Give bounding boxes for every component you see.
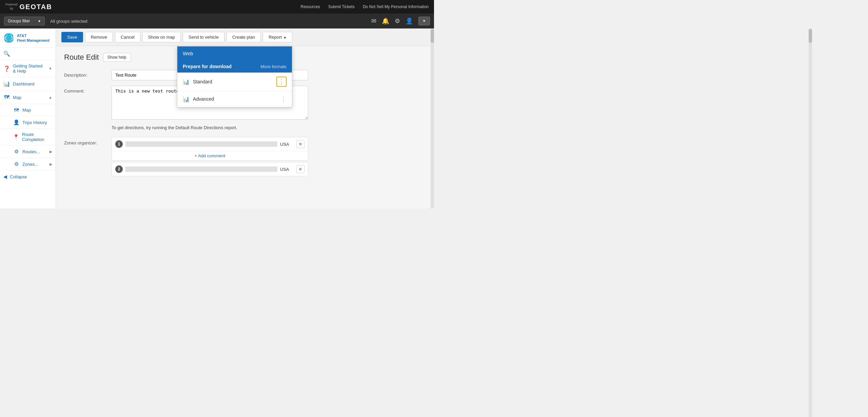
zone-add-comment-1[interactable]: + Add comment bbox=[112, 151, 308, 160]
toolbar: Save Remove Cancel Show on map Send to v… bbox=[56, 28, 434, 46]
user-menu-button[interactable]: ▼ bbox=[418, 17, 430, 25]
directions-hint: To get directions, try running the Defau… bbox=[112, 125, 426, 130]
standard-report-icon: 📊 bbox=[183, 79, 190, 85]
send-to-vehicle-button[interactable]: Send to vehicle bbox=[183, 32, 224, 42]
zone-row-2: 2 USA ✕ bbox=[112, 162, 308, 176]
advanced-more-icon[interactable]: ⋮ bbox=[280, 95, 287, 103]
chevron-right-icon: ▶ bbox=[50, 150, 52, 154]
zones-icon: ⚙ bbox=[13, 161, 20, 167]
more-formats-option[interactable]: More formats bbox=[261, 64, 287, 69]
chevron-down-icon: ▼ bbox=[48, 66, 52, 71]
bell-icon[interactable]: 🔔 bbox=[382, 17, 389, 25]
gear-icon[interactable]: ⚙ bbox=[395, 17, 400, 25]
help-icon: ❓ bbox=[3, 65, 10, 72]
user-menu-label: ▼ bbox=[422, 19, 426, 23]
sidebar: AT&T Fleet Management 🔍 ❓ Getting Starte… bbox=[0, 28, 56, 209]
trips-icon: 👤 bbox=[13, 119, 20, 125]
sidebar-item-zones[interactable]: ⚙ Zones... ▶ bbox=[0, 158, 56, 171]
collapse-arrow-icon: ◀ bbox=[3, 174, 7, 179]
cancel-button[interactable]: Cancel bbox=[115, 32, 140, 42]
geotab-brand: GEOTAB bbox=[20, 3, 52, 11]
comment-label: Comment: bbox=[64, 86, 112, 94]
zones-list: 1 USA ✕ + Add comment 2 USA ✕ bbox=[112, 137, 308, 178]
sidebar-logo: AT&T Fleet Management bbox=[0, 28, 56, 48]
zone-item-1: 1 USA ✕ + Add comment bbox=[112, 137, 308, 161]
groups-filter-button[interactable]: Groups filter ▼ bbox=[4, 17, 45, 25]
zone-name-1: USA bbox=[280, 142, 294, 147]
zone-number-2: 2 bbox=[115, 165, 123, 173]
sidebar-item-route-completion[interactable]: 📍 Route Completion bbox=[0, 129, 56, 145]
route-completion-icon: 📍 bbox=[13, 134, 19, 140]
create-plan-button[interactable]: Create plan bbox=[226, 32, 261, 42]
search-icon[interactable]: 🔍 bbox=[3, 51, 10, 57]
description-label: Description: bbox=[64, 70, 112, 78]
sidebar-item-map-section[interactable]: 🗺 Map ▲ bbox=[0, 91, 56, 104]
main-scrollbar-thumb bbox=[431, 29, 434, 43]
main-scrollbar[interactable] bbox=[431, 28, 434, 209]
all-groups-selected-text: All groups selected bbox=[50, 19, 87, 24]
map-section-icon: 🗺 bbox=[3, 94, 10, 100]
zone-name-2: USA bbox=[280, 167, 294, 172]
prepare-for-download-option[interactable]: Prepare for download bbox=[183, 64, 232, 69]
user-icon[interactable]: 👤 bbox=[406, 17, 413, 25]
sidebar-item-trips-history[interactable]: 👤 Trips History bbox=[0, 116, 56, 129]
sidebar-logo-text: AT&T Fleet Management bbox=[17, 33, 50, 43]
remove-button[interactable]: Remove bbox=[85, 32, 113, 42]
zones-organizer-section: Zones organizer: 1 USA ✕ + Add comment bbox=[64, 137, 426, 178]
show-help-button[interactable]: Show help bbox=[103, 53, 131, 62]
zone-number-1: 1 bbox=[115, 140, 123, 148]
groups-filter-arrow-icon: ▼ bbox=[38, 19, 41, 23]
submit-tickets-link[interactable]: Submit Tickets bbox=[328, 4, 355, 9]
resources-link[interactable]: Resources bbox=[301, 4, 320, 9]
zone-item-2: 2 USA ✕ bbox=[112, 162, 308, 176]
routes-icon: ⚙ bbox=[13, 148, 20, 155]
dropdown-standard-item[interactable]: 📊 Standard ⋮ bbox=[177, 73, 292, 91]
chevron-up-icon: ▲ bbox=[48, 95, 52, 99]
report-button[interactable]: Report ▲ bbox=[263, 32, 292, 42]
show-on-map-button[interactable]: Show on map bbox=[142, 32, 181, 42]
standard-more-icon[interactable]: ⋮ bbox=[276, 77, 287, 87]
dashboard-icon: 📊 bbox=[3, 81, 10, 87]
zone-bar-1 bbox=[125, 141, 277, 147]
groups-filter-label: Groups filter bbox=[8, 19, 30, 23]
att-logo-icon bbox=[3, 33, 14, 43]
top-bar-links: Resources Submit Tickets Do Not Sell My … bbox=[301, 4, 429, 9]
do-not-sell-link[interactable]: Do Not Sell My Personal Information bbox=[363, 4, 429, 9]
zone-bar-2 bbox=[125, 166, 277, 172]
zone-row-1: 1 USA ✕ bbox=[112, 137, 308, 151]
powered-by-text: Powered by bbox=[5, 3, 18, 11]
dropdown-download-section: Prepare for download More formats bbox=[177, 60, 292, 73]
top-bar: Powered by GEOTAB Resources Submit Ticke… bbox=[0, 0, 434, 14]
page-title: Route Edit bbox=[64, 53, 99, 62]
sidebar-item-getting-started[interactable]: ❓ Getting Started & Help ▼ bbox=[0, 60, 56, 77]
save-button[interactable]: Save bbox=[61, 32, 83, 42]
map-icon: 🗺 bbox=[13, 107, 20, 113]
dropdown-advanced-item[interactable]: 📊 Advanced ⋮ bbox=[177, 91, 292, 107]
app-layout: AT&T Fleet Management 🔍 ❓ Getting Starte… bbox=[0, 28, 434, 209]
dropdown-web-option[interactable]: Web bbox=[177, 46, 292, 60]
main-content: Save Remove Cancel Show on map Send to v… bbox=[56, 28, 434, 209]
mail-icon[interactable]: ✉ bbox=[371, 17, 376, 25]
report-button-container: Report ▲ Web Prepare for download More f… bbox=[263, 32, 292, 42]
sidebar-item-routes[interactable]: ⚙ Routes... ▶ bbox=[0, 145, 56, 158]
sidebar-search-area[interactable]: 🔍 bbox=[0, 48, 56, 60]
sidebar-item-dashboard[interactable]: 📊 Dashboard bbox=[0, 77, 56, 91]
report-dropdown-arrow-icon: ▲ bbox=[283, 35, 287, 39]
sidebar-collapse-button[interactable]: ◀ Collapse bbox=[0, 171, 56, 183]
chevron-right-icon-zones: ▶ bbox=[50, 162, 52, 166]
zones-organizer-label: Zones organizer: bbox=[64, 137, 112, 145]
header-bar: Groups filter ▼ All groups selected ✉ 🔔 … bbox=[0, 14, 434, 28]
zone-remove-2[interactable]: ✕ bbox=[296, 165, 304, 173]
advanced-report-icon: 📊 bbox=[183, 96, 190, 102]
report-dropdown: Web Prepare for download More formats 📊 … bbox=[177, 46, 292, 107]
logo-area: Powered by GEOTAB bbox=[5, 3, 52, 11]
zone-remove-1[interactable]: ✕ bbox=[296, 140, 304, 148]
sidebar-item-map[interactable]: 🗺 Map bbox=[0, 104, 56, 116]
header-icons: ✉ 🔔 ⚙ 👤 ▼ bbox=[371, 17, 430, 25]
